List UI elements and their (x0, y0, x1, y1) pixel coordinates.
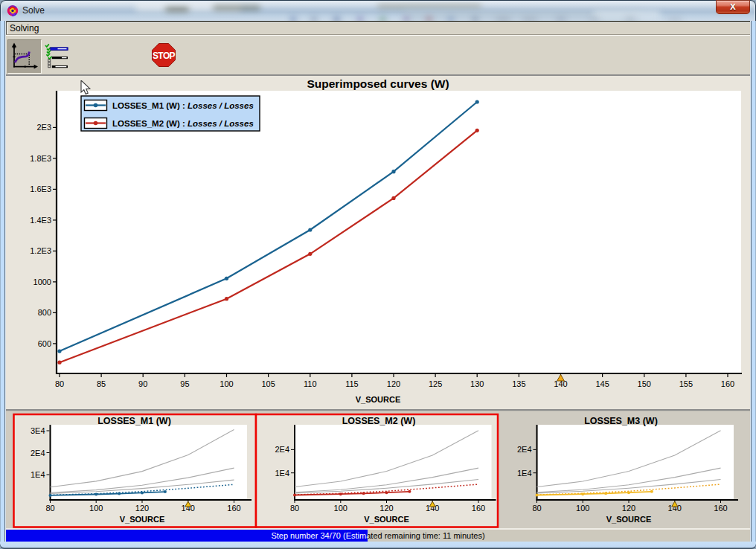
svg-text:LOSSES_M1 (W): LOSSES_M1 (W) (97, 416, 171, 426)
svg-text:V_SOURCE: V_SOURCE (356, 395, 401, 404)
svg-text:1.6E3: 1.6E3 (30, 184, 51, 193)
svg-text:95: 95 (180, 379, 189, 388)
svg-text:110: 110 (304, 379, 317, 388)
svg-text:1.4E3: 1.4E3 (30, 216, 51, 225)
svg-text:135: 135 (512, 379, 525, 388)
svg-text:V_SOURCE: V_SOURCE (606, 515, 652, 524)
svg-text:155: 155 (679, 379, 693, 388)
svg-text:150: 150 (638, 379, 651, 388)
svg-text:V_SOURCE: V_SOURCE (120, 515, 165, 524)
svg-text:1.2E3: 1.2E3 (30, 246, 51, 255)
svg-text:115: 115 (345, 379, 359, 388)
svg-text:STOP: STOP (153, 51, 176, 61)
svg-text:80: 80 (45, 504, 54, 513)
svg-text:LOSSES_M1 (W) : Losses / Losse: LOSSES_M1 (W) : Losses / Losses (112, 101, 254, 110)
svg-text:80: 80 (55, 379, 64, 388)
svg-text:LOSSES_M2 (W): LOSSES_M2 (W) (342, 416, 416, 426)
svg-text:100: 100 (576, 504, 589, 513)
svg-text:2E4: 2E4 (517, 445, 532, 454)
svg-text:125: 125 (429, 379, 442, 388)
svg-text:Superimposed curves (W): Superimposed curves (W) (307, 77, 449, 90)
svg-text:2E4: 2E4 (275, 445, 289, 454)
svg-text:1000: 1000 (33, 277, 51, 286)
svg-text:1E4: 1E4 (517, 469, 532, 478)
svg-text:800: 800 (38, 308, 51, 317)
svg-text:160: 160 (714, 504, 727, 513)
svg-text:145: 145 (595, 379, 609, 388)
svg-text:120: 120 (387, 379, 400, 388)
svg-text:3E4: 3E4 (31, 426, 45, 435)
svg-text:160: 160 (721, 379, 734, 388)
svg-text:600: 600 (38, 339, 51, 348)
svg-text:80: 80 (290, 504, 299, 513)
svg-text:2E3: 2E3 (36, 123, 51, 132)
svg-text:120: 120 (379, 504, 393, 513)
svg-text:LOSSES_M2 (W) : Losses / Losse: LOSSES_M2 (W) : Losses / Losses (112, 119, 254, 128)
svg-text:90: 90 (138, 379, 147, 388)
svg-text:160: 160 (227, 504, 240, 513)
svg-text:120: 120 (622, 504, 635, 513)
svg-text:100: 100 (89, 504, 103, 513)
svg-text:100: 100 (334, 504, 347, 513)
svg-text:80: 80 (532, 504, 541, 513)
svg-text:1.8E3: 1.8E3 (30, 154, 51, 163)
svg-text:85: 85 (97, 379, 106, 388)
svg-text:160: 160 (472, 504, 485, 513)
svg-text:1E4: 1E4 (31, 470, 45, 479)
svg-text:V_SOURCE: V_SOURCE (364, 515, 409, 524)
svg-text:2E4: 2E4 (31, 449, 45, 458)
svg-text:105: 105 (261, 379, 275, 388)
svg-text:120: 120 (135, 504, 149, 513)
svg-text:130: 130 (470, 379, 484, 388)
svg-text:100: 100 (220, 379, 233, 388)
svg-text:1E4: 1E4 (275, 469, 289, 478)
svg-text:LOSSES_M3 (W): LOSSES_M3 (W) (584, 416, 658, 426)
